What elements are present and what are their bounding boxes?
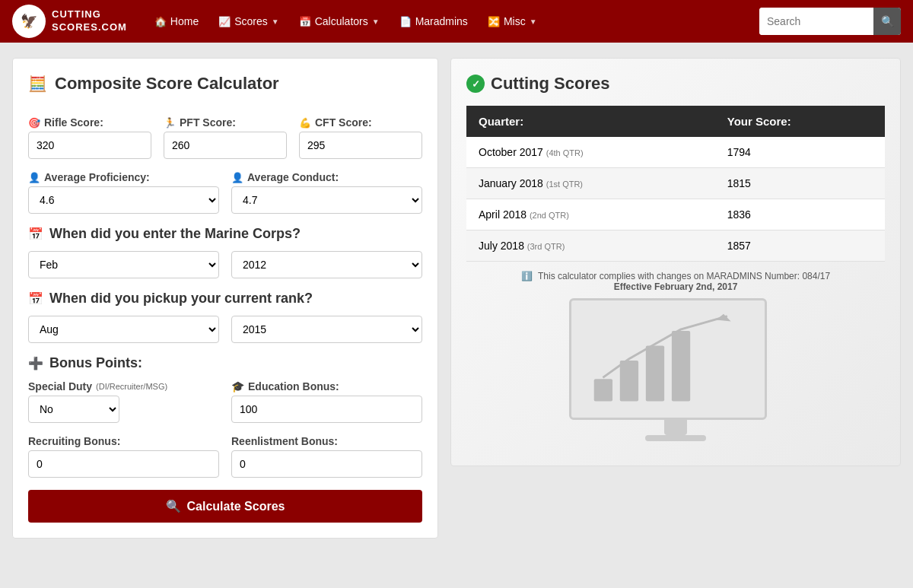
proficiency-group: 👤 Average Proficiency: 4.6 4.04.14.24.3 …: [28, 171, 219, 214]
pickup-year-select[interactable]: 2015 2010201120122013 2014201620172018: [231, 316, 422, 343]
person-icon: 👤: [28, 172, 40, 183]
rifle-icon: 🎯: [28, 117, 40, 129]
cft-group: 💪 CFT Score:: [299, 116, 422, 159]
reenlistment-bonus-input[interactable]: [231, 450, 422, 478]
pft-icon: 🏃: [164, 117, 176, 129]
chart-svg: [587, 311, 749, 410]
logo-icon: 🦅: [12, 5, 46, 38]
enter-corps-year-group: 2012 2005200620072008 2009201020112013 2…: [231, 251, 422, 278]
nav-home-label: Home: [170, 15, 199, 27]
scores-title: ✓ Cutting Scores: [466, 74, 885, 94]
special-duty-select[interactable]: No Yes: [28, 396, 119, 423]
score-cell: 1857: [715, 230, 885, 262]
score-cell: 1794: [715, 137, 885, 168]
table-row: January 2018 (1st QTR) 1815: [466, 168, 885, 199]
table-row: July 2018 (3rd QTR) 1857: [466, 230, 885, 262]
chart-monitor: [569, 298, 782, 450]
search2-icon: 🔍: [166, 499, 181, 513]
scores-row: 🎯 Rifle Score: 🏃 PFT Score: 💪 CFT Score:: [28, 116, 422, 159]
col-score: Your Score:: [715, 106, 885, 137]
nav-scores-label: Scores: [234, 15, 268, 27]
misc-icon: 🔀: [488, 16, 500, 27]
calculators-chevron-icon: ▼: [372, 17, 380, 26]
table-row: October 2017 (4th QTR) 1794: [466, 137, 885, 168]
recruiting-bonus-group: Recruiting Bonus:: [28, 435, 219, 478]
nav-maradmins-label: Maradmins: [415, 15, 468, 27]
monitor-base: [645, 435, 706, 441]
calculators-icon: 📅: [299, 16, 311, 27]
recruiting-bonus-label: Recruiting Bonus:: [28, 435, 219, 447]
proficiency-label: 👤 Average Proficiency:: [28, 171, 219, 183]
nav-home[interactable]: 🏠 Home: [145, 11, 208, 32]
quarter-cell: October 2017 (4th QTR): [466, 137, 715, 168]
graduation-icon: 🎓: [231, 380, 244, 393]
chart-illustration: [466, 298, 885, 450]
reenlistment-bonus-group: Reenlistment Bonus:: [231, 435, 422, 478]
calendar-icon: 📅: [28, 227, 43, 241]
pickup-month-group: Aug JanFebMarApr MayJunJulSep OctNovDec: [28, 316, 219, 343]
education-bonus-input[interactable]: [231, 396, 422, 423]
bonus-row-1: Special Duty (DI/Recruiter/MSG) No Yes 🎓…: [28, 380, 422, 423]
pickup-year-group: 2015 2010201120122013 2014201620172018: [231, 316, 422, 343]
enter-corps-month-select[interactable]: Feb JanMarAprMay JunJulAugSep OctNovDec: [28, 251, 219, 278]
cft-label: 💪 CFT Score:: [299, 116, 422, 129]
plus-icon: ➕: [28, 356, 43, 370]
search-button[interactable]: 🔍: [873, 8, 901, 35]
cft-icon: 💪: [299, 117, 311, 129]
main-content: 🧮 Composite Score Calculator 🎯 Rifle Sco…: [0, 43, 913, 554]
svg-rect-0: [594, 379, 612, 401]
svg-rect-1: [620, 361, 638, 402]
proficiency-conduct-row: 👤 Average Proficiency: 4.6 4.04.14.24.3 …: [28, 171, 422, 214]
pft-input[interactable]: [164, 132, 287, 159]
table-row: April 2018 (2nd QTR) 1836: [466, 199, 885, 230]
conduct-select[interactable]: 4.7 4.04.14.24.3 4.44.54.64.8 4.95.0: [231, 186, 422, 214]
pickup-rank-header: 📅 When did you pickup your current rank?: [28, 291, 422, 307]
nav-items: 🏠 Home 📈 Scores ▼ 📅 Calculators ▼ 📄 Mara…: [145, 11, 756, 32]
pft-group: 🏃 PFT Score:: [164, 116, 287, 159]
nav-misc-label: Misc: [504, 15, 526, 27]
special-duty-group: Special Duty (DI/Recruiter/MSG) No Yes: [28, 380, 219, 423]
scores-chevron-icon: ▼: [272, 17, 279, 26]
enter-corps-header: 📅 When did you enter the Marine Corps?: [28, 226, 422, 242]
education-bonus-group: 🎓 Education Bonus:: [231, 380, 422, 423]
recruiting-bonus-input[interactable]: [28, 450, 219, 478]
rifle-label: 🎯 Rifle Score:: [28, 116, 151, 129]
scores-table: Quarter: Your Score: October 2017 (4th Q…: [466, 106, 885, 262]
navigation: 🦅 CUTTING SCORES.COM 🏠 Home 📈 Scores ▼ 📅…: [0, 0, 913, 43]
quarter-cell: April 2018 (2nd QTR): [466, 199, 715, 230]
home-icon: 🏠: [154, 16, 167, 27]
logo-text: CUTTING SCORES.COM: [52, 8, 127, 34]
nav-maradmins[interactable]: 📄 Maradmins: [390, 11, 477, 32]
misc-chevron-icon: ▼: [530, 17, 537, 26]
nav-calculators-label: Calculators: [315, 15, 368, 27]
scores-icon: 📈: [218, 16, 231, 27]
pickup-month-select[interactable]: Aug JanFebMarApr MayJunJulSep OctNovDec: [28, 316, 219, 343]
col-quarter: Quarter:: [466, 106, 715, 137]
nav-scores[interactable]: 📈 Scores ▼: [209, 11, 288, 32]
site-logo[interactable]: 🦅 CUTTING SCORES.COM: [12, 5, 127, 38]
enter-corps-year-select[interactable]: 2012 2005200620072008 2009201020112013 2…: [231, 251, 422, 278]
score-cell: 1836: [715, 199, 885, 230]
nav-calculators[interactable]: 📅 Calculators ▼: [290, 11, 389, 32]
rifle-input[interactable]: [28, 132, 151, 159]
score-cell: 1815: [715, 168, 885, 199]
search-input[interactable]: [759, 8, 873, 35]
bonus-row-2: Recruiting Bonus: Reenlistment Bonus:: [28, 435, 422, 478]
scores-card: ✓ Cutting Scores Quarter: Your Score: Oc…: [450, 58, 901, 466]
monitor-stand: [664, 420, 687, 435]
education-bonus-label: 🎓 Education Bonus:: [231, 380, 422, 393]
calculator-title: 🧮 Composite Score Calculator: [28, 74, 422, 101]
nav-misc[interactable]: 🔀 Misc ▼: [479, 11, 546, 32]
conduct-group: 👤 Average Conduct: 4.7 4.04.14.24.3 4.44…: [231, 171, 422, 214]
cft-input[interactable]: [299, 132, 422, 159]
proficiency-select[interactable]: 4.6 4.04.14.24.3 4.44.54.74.8 4.95.0: [28, 186, 219, 214]
maradmins-icon: 📄: [399, 16, 412, 27]
svg-rect-2: [646, 346, 664, 402]
quarter-cell: July 2018 (3rd QTR): [466, 230, 715, 262]
calculate-button[interactable]: 🔍 Calculate Scores: [28, 490, 422, 523]
enter-corps-month-group: Feb JanMarAprMay JunJulAugSep OctNovDec: [28, 251, 219, 278]
calendar2-icon: 📅: [28, 291, 43, 306]
bonus-points-header: ➕ Bonus Points:: [28, 355, 422, 371]
enter-corps-row: Feb JanMarAprMay JunJulAugSep OctNovDec …: [28, 251, 422, 278]
monitor-screen: [569, 298, 767, 420]
